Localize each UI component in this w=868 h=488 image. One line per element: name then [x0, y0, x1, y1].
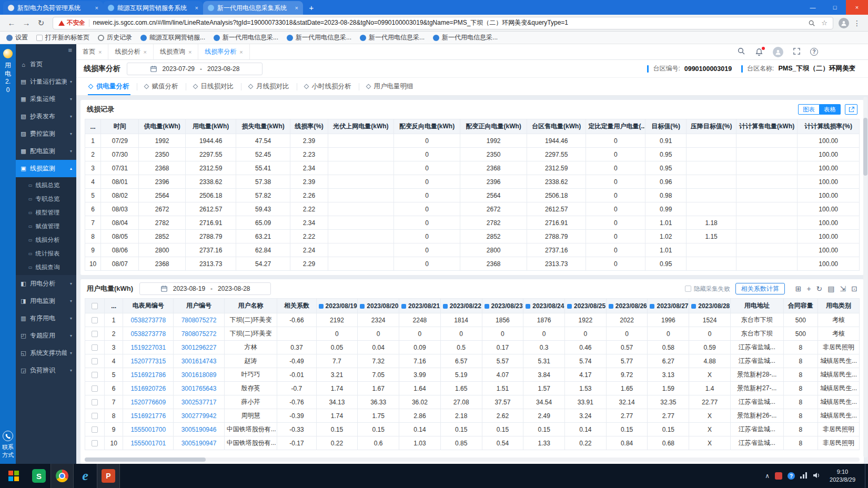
subtab[interactable]: 日线损对比 [186, 78, 241, 95]
link-cell[interactable]: 1516921776 [123, 409, 174, 423]
link-cell[interactable]: 1519227031 [123, 341, 174, 354]
window-maximize-button[interactable]: □ [824, 0, 846, 15]
sidebar-item[interactable]: ◱系统支撑功能▾ [16, 344, 76, 362]
date-range-picker[interactable]: 2023-07-29 - 2023-08-28 [127, 63, 263, 75]
app-tab[interactable]: 线损查询× [154, 44, 198, 59]
tab-close-icon[interactable]: × [239, 49, 243, 55]
contact-block[interactable]: 联系方式 [0, 431, 16, 459]
link-cell[interactable]: 1555001700 [123, 423, 174, 436]
fullscreen-icon[interactable]: ⊡ [851, 284, 857, 293]
subtab[interactable]: 用户电量明细 [359, 78, 421, 95]
subtab[interactable]: 供电量分析 [82, 78, 137, 95]
help-icon[interactable]: ? [810, 48, 818, 56]
subtab[interactable]: 小时线损分析 [297, 78, 359, 95]
row-checkbox[interactable] [92, 331, 98, 337]
taskbar-chrome-icon[interactable] [51, 464, 74, 488]
scrollbar-thumb[interactable] [85, 458, 206, 462]
bookmark-item[interactable]: 新一代用电信息采... [287, 33, 351, 42]
link-cell[interactable]: 7808075272 [174, 327, 224, 341]
bookmark-item[interactable]: 打开新的标签页 [36, 33, 89, 42]
link-cell[interactable]: 1516921786 [123, 368, 174, 382]
sidebar-subitem[interactable]: ▭线损总览 [16, 178, 76, 192]
network-icon[interactable] [800, 472, 808, 480]
correlation-calc-button[interactable]: 相关系数计算 [735, 283, 785, 294]
link-cell[interactable]: 3002537717 [174, 395, 224, 409]
link-cell[interactable]: 0538273778 [123, 313, 174, 327]
bookmark-item[interactable]: 设置 [6, 33, 28, 42]
user-avatar[interactable] [773, 47, 783, 57]
row-checkbox[interactable] [92, 385, 98, 392]
sidebar-item[interactable]: ⌂首页 [16, 56, 76, 73]
link-cell[interactable]: 3001296227 [174, 341, 224, 354]
tab-close-icon[interactable]: × [95, 5, 98, 11]
tab-close-icon[interactable]: × [143, 49, 146, 55]
link-cell[interactable]: 3001618089 [174, 368, 224, 382]
link-cell[interactable]: 7808075272 [174, 313, 224, 327]
sidebar-subitem[interactable]: ▭模型管理 [16, 206, 76, 219]
tab-close-icon[interactable]: × [295, 5, 298, 11]
link-cell[interactable]: 3001765643 [174, 382, 224, 395]
fullscreen-icon[interactable] [793, 47, 801, 57]
forward-button[interactable]: → [20, 17, 33, 29]
row-checkbox[interactable] [92, 399, 98, 405]
row-checkbox[interactable] [92, 344, 98, 351]
start-button[interactable] [0, 464, 27, 488]
bookmark-star-icon[interactable]: ☆ [821, 19, 827, 27]
tray-icon-1[interactable] [775, 472, 782, 480]
link-cell[interactable]: 0538273778 [123, 327, 174, 341]
sidebar-collapse-icon[interactable]: ≡ [68, 46, 72, 54]
subtab[interactable]: 赋值分析 [137, 78, 186, 95]
link-cell[interactable]: 1555001701 [123, 436, 174, 450]
link-cell[interactable]: 3005190946 [174, 423, 224, 436]
grid-icon[interactable]: ⊞ [795, 284, 802, 293]
zoom-icon[interactable] [806, 19, 817, 27]
sidebar-subitem[interactable]: ▭专职总览 [16, 192, 76, 206]
bookmark-item[interactable]: 新一代用电信息采... [433, 33, 498, 42]
select-all-checkbox[interactable] [92, 303, 98, 309]
taskbar-wps-icon[interactable]: S [27, 464, 51, 488]
sidebar-subitem[interactable]: ▭统计报表 [16, 247, 76, 260]
sidebar-subitem[interactable]: ▭线损分析 [16, 233, 76, 247]
notification-bell-icon[interactable] [755, 48, 763, 56]
taskbar-powerpoint-icon[interactable]: P [97, 464, 120, 488]
row-checkbox[interactable] [92, 413, 98, 419]
bookmark-item[interactable]: 新一代用电信息采... [214, 33, 278, 42]
sidebar-item[interactable]: ▦采集运维▾ [16, 90, 76, 108]
user-date-range-picker[interactable]: 2023-08-19 - 2023-08-28 [139, 282, 271, 295]
hidden-icons-button[interactable]: ∧ [765, 472, 770, 480]
app-tab[interactable]: 首页× [76, 44, 108, 59]
row-checkbox[interactable] [92, 358, 98, 364]
browser-tab[interactable]: 新一代用电信息采集系统× [203, 1, 303, 15]
save-icon[interactable]: ▤ [827, 284, 834, 293]
sidebar-item[interactable]: ◨用电监测▾ [16, 292, 76, 310]
sidebar-item[interactable]: ◲负荷辨识▾ [16, 362, 76, 379]
sidebar-item[interactable]: ▧抄表发布▾ [16, 108, 76, 125]
browser-tab[interactable]: 新型电力负荷管理系统× [3, 1, 103, 15]
address-bar[interactable]: 不安全 neweic.js.sgcc.com.cn/#/llm/line/Lin… [53, 17, 833, 29]
tray-icon-2[interactable]: ? [788, 472, 795, 480]
link-cell[interactable]: 1520777315 [123, 354, 174, 368]
link-cell[interactable]: 1520776609 [123, 395, 174, 409]
export-icon[interactable]: ⇲ [840, 284, 846, 293]
bookmark-item[interactable]: 新一代用电信息采... [360, 33, 425, 42]
taskbar-ie-icon[interactable]: e [74, 464, 97, 488]
search-icon[interactable] [737, 47, 745, 57]
browser-tab[interactable]: 能源互联网营销服务系统× [103, 1, 203, 15]
window-minimize-button[interactable]: — [802, 0, 824, 15]
sidebar-item[interactable]: ▣线损监测▴ [16, 160, 76, 177]
sidebar-subitem[interactable]: ▭线损查询 [16, 260, 76, 274]
show-desktop-button[interactable] [865, 464, 868, 488]
volume-icon[interactable] [813, 472, 820, 480]
tab-close-icon[interactable]: × [98, 49, 102, 55]
row-checkbox[interactable] [92, 317, 98, 323]
tab-close-icon[interactable]: × [195, 5, 198, 11]
sidebar-item[interactable]: ▥有序用电▾ [16, 310, 76, 327]
refresh-icon[interactable]: ↻ [816, 284, 823, 293]
sidebar-subitem[interactable]: ▭赋值管理 [16, 219, 76, 233]
back-button[interactable]: ← [5, 17, 18, 29]
browser-profile-icon[interactable] [839, 18, 849, 28]
app-tab[interactable]: 线损分析× [108, 44, 153, 59]
export-button[interactable] [845, 104, 857, 115]
reload-button[interactable]: ↻ [35, 17, 47, 29]
horizontal-scrollbar[interactable] [85, 458, 860, 462]
